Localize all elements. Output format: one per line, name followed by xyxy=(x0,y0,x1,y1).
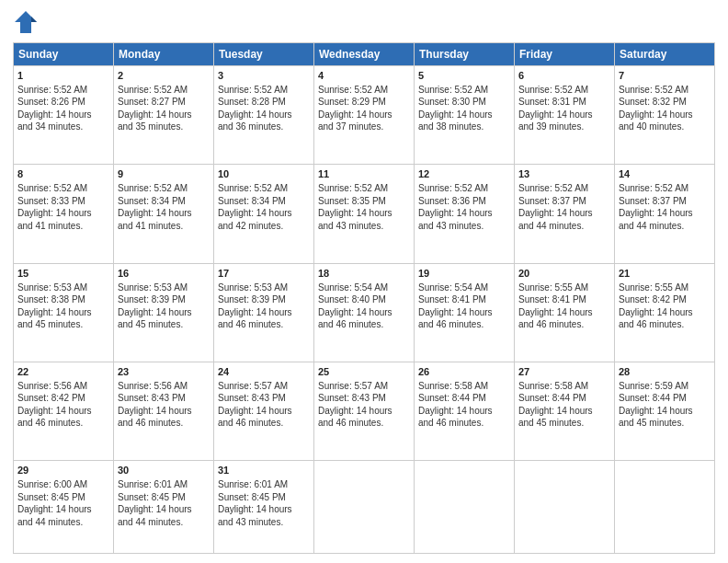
day-info: Sunrise: 5:58 AMSunset: 8:44 PMDaylight:… xyxy=(418,381,493,429)
weekday-header-tuesday: Tuesday xyxy=(214,43,314,66)
day-number: 31 xyxy=(218,464,310,477)
calendar-cell: 19Sunrise: 5:54 AMSunset: 8:41 PMDayligh… xyxy=(415,263,515,362)
day-info: Sunrise: 5:52 AMSunset: 8:28 PMDaylight:… xyxy=(218,85,292,132)
day-info: Sunrise: 5:52 AMSunset: 8:29 PMDaylight:… xyxy=(318,85,392,132)
day-number: 29 xyxy=(17,464,109,477)
calendar-cell: 12Sunrise: 5:52 AMSunset: 8:36 PMDayligh… xyxy=(415,165,515,263)
day-number: 5 xyxy=(418,69,510,83)
calendar-cell: 9Sunrise: 5:52 AMSunset: 8:34 PMDaylight… xyxy=(114,165,214,263)
calendar-cell: 2Sunrise: 5:52 AMSunset: 8:27 PMDaylight… xyxy=(114,66,214,165)
day-number: 8 xyxy=(17,167,109,181)
calendar-cell: 7Sunrise: 5:52 AMSunset: 8:32 PMDaylight… xyxy=(615,66,715,165)
day-number: 26 xyxy=(418,365,510,379)
day-number: 14 xyxy=(619,167,711,181)
day-info: Sunrise: 6:00 AMSunset: 8:45 PMDaylight:… xyxy=(17,479,92,527)
weekday-header-thursday: Thursday xyxy=(415,43,515,66)
calendar-cell: 28Sunrise: 5:59 AMSunset: 8:44 PMDayligh… xyxy=(615,362,715,461)
calendar-cell: 18Sunrise: 5:54 AMSunset: 8:40 PMDayligh… xyxy=(314,263,415,362)
calendar-cell: 14Sunrise: 5:52 AMSunset: 8:37 PMDayligh… xyxy=(615,165,715,263)
day-info: Sunrise: 5:52 AMSunset: 8:26 PMDaylight:… xyxy=(17,85,92,132)
day-info: Sunrise: 5:52 AMSunset: 8:33 PMDaylight:… xyxy=(17,183,92,231)
day-info: Sunrise: 5:52 AMSunset: 8:37 PMDaylight:… xyxy=(619,183,693,231)
day-number: 15 xyxy=(17,267,109,281)
day-info: Sunrise: 5:56 AMSunset: 8:42 PMDaylight:… xyxy=(17,381,92,429)
day-info: Sunrise: 5:55 AMSunset: 8:41 PMDaylight:… xyxy=(518,282,593,330)
calendar-cell: 26Sunrise: 5:58 AMSunset: 8:44 PMDayligh… xyxy=(415,362,515,461)
week-row-5: 29Sunrise: 6:00 AMSunset: 8:45 PMDayligh… xyxy=(14,461,715,554)
day-number: 22 xyxy=(17,365,109,379)
day-number: 27 xyxy=(518,365,610,379)
day-number: 16 xyxy=(118,267,210,281)
calendar-cell: 16Sunrise: 5:53 AMSunset: 8:39 PMDayligh… xyxy=(114,263,214,362)
page: SundayMondayTuesdayWednesdayThursdayFrid… xyxy=(0,0,728,563)
calendar-cell: 21Sunrise: 5:55 AMSunset: 8:42 PMDayligh… xyxy=(615,263,715,362)
day-info: Sunrise: 5:52 AMSunset: 8:37 PMDaylight:… xyxy=(518,183,593,231)
calendar-cell xyxy=(515,461,615,554)
day-info: Sunrise: 5:59 AMSunset: 8:44 PMDaylight:… xyxy=(619,381,693,429)
day-number: 6 xyxy=(518,69,610,83)
calendar-cell: 25Sunrise: 5:57 AMSunset: 8:43 PMDayligh… xyxy=(314,362,415,461)
calendar-cell xyxy=(314,461,415,554)
logo-icon xyxy=(13,9,39,35)
day-info: Sunrise: 5:56 AMSunset: 8:43 PMDaylight:… xyxy=(118,381,192,429)
calendar-table: SundayMondayTuesdayWednesdayThursdayFrid… xyxy=(13,42,715,554)
weekday-header-friday: Friday xyxy=(515,43,615,66)
day-info: Sunrise: 5:52 AMSunset: 8:36 PMDaylight:… xyxy=(418,183,493,231)
day-number: 21 xyxy=(619,267,711,281)
week-row-1: 1Sunrise: 5:52 AMSunset: 8:26 PMDaylight… xyxy=(14,66,715,165)
calendar-cell: 3Sunrise: 5:52 AMSunset: 8:28 PMDaylight… xyxy=(214,66,314,165)
day-info: Sunrise: 6:01 AMSunset: 8:45 PMDaylight:… xyxy=(218,479,292,527)
calendar-cell xyxy=(615,461,715,554)
calendar-cell: 29Sunrise: 6:00 AMSunset: 8:45 PMDayligh… xyxy=(14,461,114,554)
day-number: 28 xyxy=(619,365,711,379)
calendar-cell: 17Sunrise: 5:53 AMSunset: 8:39 PMDayligh… xyxy=(214,263,314,362)
day-number: 10 xyxy=(218,167,310,181)
day-info: Sunrise: 5:52 AMSunset: 8:35 PMDaylight:… xyxy=(318,183,392,231)
day-number: 4 xyxy=(318,69,410,83)
day-info: Sunrise: 5:58 AMSunset: 8:44 PMDaylight:… xyxy=(518,381,593,429)
weekday-header-sunday: Sunday xyxy=(14,43,114,66)
weekday-header-row: SundayMondayTuesdayWednesdayThursdayFrid… xyxy=(14,43,715,66)
day-info: Sunrise: 5:52 AMSunset: 8:34 PMDaylight:… xyxy=(118,183,192,231)
calendar-cell: 15Sunrise: 5:53 AMSunset: 8:38 PMDayligh… xyxy=(14,263,114,362)
calendar-cell: 4Sunrise: 5:52 AMSunset: 8:29 PMDaylight… xyxy=(314,66,415,165)
day-info: Sunrise: 5:53 AMSunset: 8:39 PMDaylight:… xyxy=(218,282,292,330)
day-number: 20 xyxy=(518,267,610,281)
day-info: Sunrise: 5:55 AMSunset: 8:42 PMDaylight:… xyxy=(619,282,693,330)
day-info: Sunrise: 5:52 AMSunset: 8:32 PMDaylight:… xyxy=(619,85,693,132)
day-number: 17 xyxy=(218,267,310,281)
day-number: 25 xyxy=(318,365,410,379)
calendar-cell: 27Sunrise: 5:58 AMSunset: 8:44 PMDayligh… xyxy=(515,362,615,461)
calendar-cell: 10Sunrise: 5:52 AMSunset: 8:34 PMDayligh… xyxy=(214,165,314,263)
day-number: 1 xyxy=(17,69,109,83)
day-number: 18 xyxy=(318,267,410,281)
day-info: Sunrise: 5:53 AMSunset: 8:38 PMDaylight:… xyxy=(17,282,92,330)
day-number: 12 xyxy=(418,167,510,181)
day-number: 13 xyxy=(518,167,610,181)
day-info: Sunrise: 5:54 AMSunset: 8:40 PMDaylight:… xyxy=(318,282,392,330)
day-number: 11 xyxy=(318,167,410,181)
day-info: Sunrise: 5:57 AMSunset: 8:43 PMDaylight:… xyxy=(218,381,292,429)
calendar-cell: 20Sunrise: 5:55 AMSunset: 8:41 PMDayligh… xyxy=(515,263,615,362)
header xyxy=(13,9,715,35)
calendar-cell: 23Sunrise: 5:56 AMSunset: 8:43 PMDayligh… xyxy=(114,362,214,461)
svg-marker-1 xyxy=(31,17,37,22)
day-info: Sunrise: 5:52 AMSunset: 8:34 PMDaylight:… xyxy=(218,183,292,231)
day-info: Sunrise: 5:57 AMSunset: 8:43 PMDaylight:… xyxy=(318,381,392,429)
day-number: 3 xyxy=(218,69,310,83)
day-info: Sunrise: 5:52 AMSunset: 8:30 PMDaylight:… xyxy=(418,85,493,132)
day-info: Sunrise: 5:52 AMSunset: 8:31 PMDaylight:… xyxy=(518,85,593,132)
calendar-cell: 30Sunrise: 6:01 AMSunset: 8:45 PMDayligh… xyxy=(114,461,214,554)
calendar-cell: 1Sunrise: 5:52 AMSunset: 8:26 PMDaylight… xyxy=(14,66,114,165)
day-number: 2 xyxy=(118,69,210,83)
calendar-cell xyxy=(415,461,515,554)
week-row-4: 22Sunrise: 5:56 AMSunset: 8:42 PMDayligh… xyxy=(14,362,715,461)
day-number: 24 xyxy=(218,365,310,379)
calendar-cell: 22Sunrise: 5:56 AMSunset: 8:42 PMDayligh… xyxy=(14,362,114,461)
calendar-cell: 31Sunrise: 6:01 AMSunset: 8:45 PMDayligh… xyxy=(214,461,314,554)
week-row-2: 8Sunrise: 5:52 AMSunset: 8:33 PMDaylight… xyxy=(14,165,715,263)
day-number: 23 xyxy=(118,365,210,379)
day-info: Sunrise: 5:53 AMSunset: 8:39 PMDaylight:… xyxy=(118,282,192,330)
day-number: 19 xyxy=(418,267,510,281)
day-info: Sunrise: 6:01 AMSunset: 8:45 PMDaylight:… xyxy=(118,479,192,527)
